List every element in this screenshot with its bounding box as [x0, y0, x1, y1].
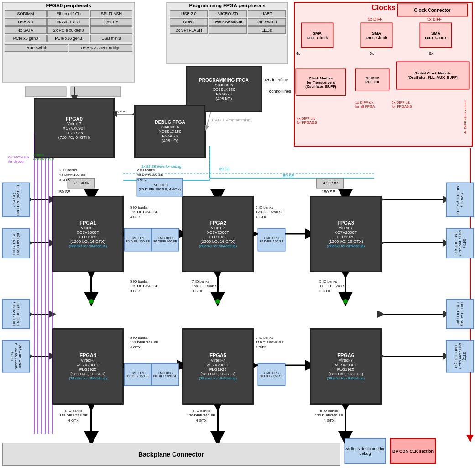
lbl-io-4: 5 IO banks120 DIFF/250 SE4 GTX: [256, 206, 284, 220]
fmc-hpc-fpga1-mid: FMC HPC80 DIFF/ 160 SE: [124, 228, 152, 251]
prog-fpga-io: (498 I/O): [216, 96, 232, 101]
lbl-bot-2: 5 IO banks120 DIFF/240 SE4 GTX: [187, 409, 215, 423]
fpga6-box: FPGA6 Virtex-7 XC7V2000T FLG1925 (1200 I…: [310, 329, 381, 404]
item-qsfp: QSFP+: [90, 18, 132, 26]
fmc-hpc-left-bot2: FMC HPC (80 DIFF/ 160 SE, 4 GTX): [2, 340, 30, 372]
clock-module-transceiver: Clock Modulefor Transceivers(Oscillator,…: [296, 69, 346, 96]
lbl-35se: 35 SE: [114, 110, 126, 114]
lbl-io-1: 2 IO banks48 DIFF/100 SE8 GTX: [59, 168, 85, 182]
lbl-150se-2: 150 SE: [322, 190, 335, 194]
lbl-jtag: JTAG + Programming: [211, 118, 251, 122]
lbl-io-2: 2 IO banks48 DIFF/100 SE4 GTX: [137, 168, 163, 182]
fmc-hpc-left-bot1: FMC HPC (62 DIFF/ 124 SE): [2, 299, 30, 329]
item-dip-switch: DIP Switch: [248, 18, 286, 26]
fpga6-label: FPGA6: [337, 353, 354, 358]
fpga4-box: FPGA4 Virtex-7 XC7V2000T FLG1925 (1200 I…: [52, 329, 123, 404]
prog-fpga-pkg: FGG676: [216, 92, 232, 96]
fpga1-label: FPGA1: [79, 220, 96, 226]
fmc-hpc-right-bot1: FMC HPC (62 DIFF/ 124 SE): [446, 299, 474, 329]
item-ddr2: DDR2: [170, 18, 208, 26]
lbl-89se-1: 89 SE: [219, 167, 230, 171]
svg-point-75: [89, 299, 94, 304]
lbl-control-lines: + control lines: [266, 89, 291, 94]
lbl-5x-1: 5x: [370, 51, 374, 56]
svg-rect-7: [71, 87, 121, 97]
fmc-hpc-fpga2-mid: FMC HPC80 DIFF/ 160 SE: [152, 228, 179, 251]
backplane-connector: Backplane Connector: [2, 443, 340, 466]
item-leds: LEDs: [248, 26, 286, 34]
item-usbminib: USB miniB: [90, 35, 132, 42]
item-microsd: MICRO SD: [209, 10, 246, 17]
diagram-container: FPGA0 peripherals SODIMM Ethernet 1Gb SP…: [0, 0, 476, 469]
debug-fpga-label: DEBUG FPGA: [155, 120, 185, 125]
item-temp-sensor: TEMP SENSOR: [209, 18, 246, 26]
fmc-hpc-left-top: FMC HPC (62 DIFF /124 SE): [2, 183, 30, 217]
item-sodimm: SODIMM: [5, 10, 47, 17]
fpga0-part: XC7VX690T: [63, 126, 85, 131]
fpga0-peripherals-grid: SODIMM Ethernet 1Gb SPI FLASH USB 3.0 NA…: [4, 9, 133, 53]
item-empty: [90, 26, 132, 34]
lbl-i2c: I2C interface: [265, 78, 288, 82]
item-pcie16: PCIe x16 gen3: [47, 35, 89, 42]
svg-line-82: [206, 112, 211, 128]
sodimm-2: SODIMM: [316, 178, 344, 188]
item-spi-flash: SPI FLASH: [90, 10, 132, 17]
lbl-io-8: 5 IO banks119 DIFF/248 SE4 GTX: [130, 336, 158, 350]
sma-diff-clock-3: SMADIFF Clock: [420, 23, 452, 48]
sma-diff-clock-2: SMADIFF Clock: [361, 23, 392, 48]
lbl-89se-2: 89 SE: [283, 174, 294, 178]
fmc-hpc-right-mid: FMC HPC (80 DIFF/ 160 SE, 4 GTX): [446, 228, 474, 258]
fmc-hpc-right-top: FMC HPC (62 DIFF /124 SE): [446, 183, 474, 217]
fmc-hpc-left-mid: FMC HPC (80 DIFF/ 160 SE): [2, 228, 30, 258]
item-eth: Ethernet 1Gb: [47, 10, 89, 17]
debug-fpga-chip: Spartan-6: [161, 125, 179, 129]
lbl-4x-diff-clk: 4x DIFF clkfor FPGA0:6: [297, 116, 317, 125]
lbl-4x-diff-output: 4x DIFF clock output: [463, 100, 467, 134]
fmc-hpc-fpga56-low: FMC HPC80 DIFF/ 160 SE: [258, 363, 285, 386]
svg-point-77: [343, 299, 348, 304]
lbl-bot-1: 5 IO banks119 DIFF/248 SE4 GTX: [59, 409, 88, 423]
global-clock-module: Global Clock Module(Oscillator, PLL, MUX…: [396, 62, 469, 89]
fpga0-peripherals-title: FPGA0 peripherals: [4, 3, 133, 8]
svg-rect-6: [25, 87, 66, 97]
fpga0-pkg: FFG1926: [65, 131, 83, 135]
lbl-io-7: 5 IO banks119 DIFF/248 SE3 GTX: [319, 279, 348, 294]
sma-diff-clock-1: SMADIFF Clock: [301, 23, 333, 48]
clock-connector-box: Clock Connector: [397, 4, 468, 16]
bp-con-clk-box: BP CON CLK section: [390, 438, 436, 464]
prog-fpga-label: PROGRAMMING FPGA: [199, 78, 249, 83]
prog-peripherals-grid: USB 2.0 MICRO SD UART DDR2 TEMP SENSOR D…: [169, 9, 287, 35]
lbl-150se-1: 150 SE: [57, 190, 71, 194]
fmc-hpc-fpga23-mid: FMC HPC80 DIFF/ 160 SE: [258, 228, 285, 251]
lbl-3x89: 3x 89 SE lines for debug: [141, 164, 181, 169]
lbl-io-3: 5 IO banks119 DIFF/248 SE4 GTX: [130, 206, 158, 220]
debug-fpga-io: (498 I/O): [162, 138, 178, 143]
prog-fpga-chip: Spartan-6: [215, 83, 233, 87]
item-pcie8: PCIe x8 gen3: [5, 35, 47, 42]
fpga4-label: FPGA4: [79, 353, 96, 358]
fpga0-label: FPGA0: [66, 116, 83, 121]
fpga0-box: FPGA0 Virtex-7 XC7VX690T FFG1926 (720 I/…: [34, 98, 114, 158]
lbl-bot-3: 5 IO banks120 DIFF/240 SE4 GTX: [315, 409, 343, 423]
lbl-6x: 6x: [429, 51, 434, 56]
lbl-5x-diff-2: 5x DIFF: [427, 17, 442, 21]
fmc-hpc-fpga4-low: FMC HPC80 DIFF/ 160 SE: [124, 363, 152, 386]
fpga2-label: FPGA2: [209, 220, 226, 226]
lbl-io-5: 5 IO banks119 DIFF/248 SE3 GTX: [130, 279, 158, 294]
lbl-5x-diff-fpga: 5x DIFF clkfor FPGA0:6: [392, 100, 412, 109]
item-2x-spi: 2x SPI FLASH: [170, 26, 208, 34]
item-pcie8g3: 2x PCIe x8 gen3: [47, 26, 89, 34]
item-usb-uart: USB <->UART Bridge: [69, 44, 132, 52]
fpga3-box: FPGA3 Virtex-7 XC7V2000T FLG1925 (1200 I…: [310, 196, 381, 272]
lbl-io-9: 5 IO banks119 DIFF/248 SE4 GTX: [256, 336, 284, 350]
debug-fpga-pkg: FGG676: [162, 134, 178, 138]
lbl-6x-1gth: 6x 1GTH linkfor debug: [8, 155, 29, 163]
lbl-1x-diff: 1x DIFF clkfor all FPGA: [355, 100, 375, 109]
item-empty2: [209, 26, 246, 34]
lbl-5x-diff-1: 5x DIFF: [368, 17, 382, 21]
prog-peripherals-title: Programming FPGA peripherals: [168, 3, 287, 8]
svg-point-76: [215, 299, 220, 304]
item-nand: NAND Flash: [47, 18, 89, 26]
lbl-4x: 4x: [296, 51, 300, 56]
fmc-hpc-right-bot2: FMC HPC (80 DIFF/ 160 SE, 4 GTX): [446, 340, 474, 372]
